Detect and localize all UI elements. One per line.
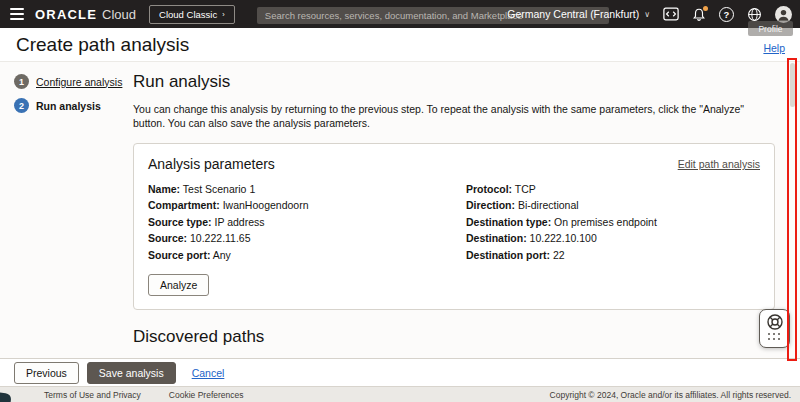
user-avatar-icon[interactable] [775,6,792,23]
field-compartment: Compartment: IwanHoogendoorn [148,197,442,214]
page-title-bar: Create path analysis Help [0,28,800,62]
main-content: 1 Configure analysis 2 Run analysis Run … [0,62,800,358]
step-1-label[interactable]: Configure analysis [36,76,122,88]
field-direction: Direction: Bi-directional [466,197,760,214]
fields-left-column: Name: Test Scenario 1 Compartment: IwanH… [148,181,442,264]
field-name: Name: Test Scenario 1 [148,181,442,198]
field-source: Source: 10.222.11.65 [148,230,442,247]
analysis-parameters-title: Analysis parameters [148,156,275,172]
field-destination: Destination: 10.222.10.100 [466,230,760,247]
top-navigation-bar: ORACLE Cloud Cloud Classic › Germany Cen… [0,0,800,28]
profile-tooltip: Profile [748,21,793,36]
oracle-cloud-logo[interactable]: ORACLE Cloud [35,7,136,22]
step-configure-analysis[interactable]: 1 Configure analysis [14,74,122,89]
fields-right-column: Protocol: TCP Direction: Bi-directional … [466,181,760,264]
run-analysis-panel: Run analysis You can change this analysi… [133,72,775,358]
step-1-circle: 1 [14,74,29,89]
page-title: Create path analysis [16,34,189,56]
terms-link[interactable]: Terms of Use and Privacy [44,390,141,400]
footer-links: Terms of Use and Privacy Cookie Preferen… [44,390,244,400]
drag-handle-dots-icon[interactable] [768,333,781,341]
copyright-text: Copyright © 2024, Oracle and/or its affi… [550,390,791,400]
cookie-preferences-link[interactable]: Cookie Preferences [169,390,244,400]
run-analysis-heading: Run analysis [133,72,775,92]
analysis-parameters-card: Analysis parameters Edit path analysis N… [133,143,775,311]
step-run-analysis: 2 Run analysis [14,98,122,113]
hamburger-menu-icon[interactable] [10,8,24,20]
card-header: Analysis parameters Edit path analysis [148,156,760,172]
wizard-stepper: 1 Configure analysis 2 Run analysis [14,74,122,122]
field-protocol: Protocol: TCP [466,181,760,198]
step-2-label: Run analysis [36,100,101,112]
run-analysis-description: You can change this analysis by returnin… [133,102,775,131]
language-globe-icon[interactable] [747,7,762,22]
cloud-classic-button[interactable]: Cloud Classic › [149,5,235,24]
life-ring-icon [766,313,784,331]
brand-cloud: Cloud [102,7,136,22]
vertical-scrollbar-thumb[interactable] [790,63,795,107]
save-analysis-button[interactable]: Save analysis [87,362,176,384]
field-destination-port: Destination port: 22 [466,247,760,264]
cloud-shell-icon[interactable] [663,7,679,21]
step-2-circle: 2 [14,98,29,113]
analyze-button[interactable]: Analyze [148,274,209,296]
previous-button[interactable]: Previous [14,362,79,384]
wizard-action-bar: Previous Save analysis Cancel [0,358,800,386]
field-source-port: Source port: Any [148,247,442,264]
notifications-bell-icon[interactable] [692,7,706,22]
help-link[interactable]: Help [763,42,785,54]
page-footer: Terms of Use and Privacy Cookie Preferen… [0,386,800,402]
field-destination-type: Destination type: On premises endpoint [466,214,760,231]
discovered-paths-heading: Discovered paths [133,327,775,347]
oci-console-screen: ORACLE Cloud Cloud Classic › Germany Cen… [0,0,800,402]
chevron-down-icon: ∨ [644,10,650,19]
cancel-link[interactable]: Cancel [192,367,225,379]
help-question-icon[interactable]: ? [719,7,734,22]
notification-dot [703,6,708,11]
field-source-type: Source type: IP address [148,214,442,231]
region-selector[interactable]: Germany Central (Frankfurt) ∨ [507,8,650,20]
brand-oracle: ORACLE [35,7,97,22]
edit-path-analysis-link[interactable]: Edit path analysis [678,158,760,170]
floating-help-widget[interactable] [759,309,790,348]
chevron-right-icon: › [222,10,224,18]
parameters-fields: Name: Test Scenario 1 Compartment: IwanH… [148,181,760,264]
